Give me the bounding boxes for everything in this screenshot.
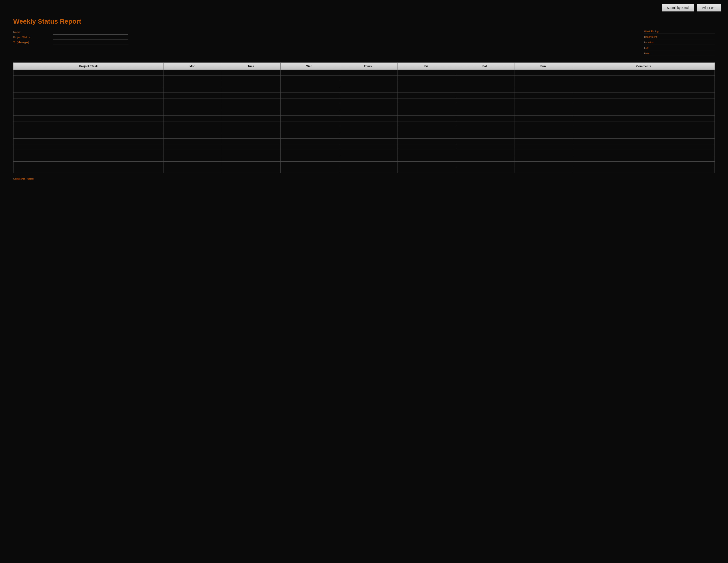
input-comments-11[interactable] (574, 133, 714, 138)
input-mon-6[interactable] (165, 105, 221, 109)
input-thurs-7[interactable] (340, 110, 396, 115)
input-sun-5[interactable] (515, 99, 572, 103)
input-sun-0[interactable] (515, 70, 572, 75)
input-thurs-14[interactable] (340, 150, 396, 155)
input-project-8[interactable] (14, 116, 163, 121)
input-project-4[interactable] (14, 93, 163, 98)
input-project-14[interactable] (14, 150, 163, 155)
project-status-input[interactable] (53, 35, 128, 39)
input-wed-17[interactable] (281, 168, 338, 172)
input-wed-7[interactable] (281, 110, 338, 115)
input-sun-12[interactable] (515, 139, 572, 144)
input-mon-9[interactable] (165, 122, 221, 126)
input-mon-14[interactable] (165, 150, 221, 155)
input-comments-16[interactable] (574, 162, 714, 167)
input-sat-15[interactable] (457, 156, 513, 161)
to-manager-input[interactable] (53, 40, 128, 45)
input-tues-13[interactable] (223, 145, 280, 149)
input-fri-1[interactable] (398, 76, 455, 81)
input-sun-4[interactable] (515, 93, 572, 98)
input-sun-1[interactable] (515, 76, 572, 81)
input-project-7[interactable] (14, 110, 163, 115)
week-ending-input[interactable] (668, 30, 715, 33)
input-thurs-12[interactable] (340, 139, 396, 144)
input-wed-0[interactable] (281, 70, 338, 75)
input-mon-11[interactable] (165, 133, 221, 138)
input-sun-7[interactable] (515, 110, 572, 115)
input-sun-14[interactable] (515, 150, 572, 155)
input-project-15[interactable] (14, 156, 163, 161)
input-thurs-0[interactable] (340, 70, 396, 75)
input-sat-11[interactable] (457, 133, 513, 138)
input-project-3[interactable] (14, 87, 163, 92)
input-mon-12[interactable] (165, 139, 221, 144)
input-wed-2[interactable] (281, 82, 338, 86)
input-mon-2[interactable] (165, 82, 221, 86)
input-tues-12[interactable] (223, 139, 280, 144)
input-fri-10[interactable] (398, 128, 455, 132)
input-comments-3[interactable] (574, 87, 714, 92)
input-project-1[interactable] (14, 76, 163, 81)
input-sat-5[interactable] (457, 99, 513, 103)
input-comments-7[interactable] (574, 110, 714, 115)
input-fri-15[interactable] (398, 156, 455, 161)
input-tues-8[interactable] (223, 116, 280, 121)
input-fri-5[interactable] (398, 99, 455, 103)
input-fri-11[interactable] (398, 133, 455, 138)
input-project-2[interactable] (14, 82, 163, 86)
input-tues-4[interactable] (223, 93, 280, 98)
input-sat-10[interactable] (457, 128, 513, 132)
print-form-button[interactable]: Print Form (697, 4, 721, 11)
input-thurs-2[interactable] (340, 82, 396, 86)
input-thurs-17[interactable] (340, 168, 396, 172)
input-project-5[interactable] (14, 99, 163, 103)
input-fri-3[interactable] (398, 87, 455, 92)
input-fri-9[interactable] (398, 122, 455, 126)
input-fri-16[interactable] (398, 162, 455, 167)
input-mon-7[interactable] (165, 110, 221, 115)
input-sun-9[interactable] (515, 122, 572, 126)
input-wed-11[interactable] (281, 133, 338, 138)
input-comments-9[interactable] (574, 122, 714, 126)
input-wed-4[interactable] (281, 93, 338, 98)
input-mon-0[interactable] (165, 70, 221, 75)
input-wed-5[interactable] (281, 99, 338, 103)
input-mon-3[interactable] (165, 87, 221, 92)
input-tues-14[interactable] (223, 150, 280, 155)
input-thurs-4[interactable] (340, 93, 396, 98)
ext-input[interactable] (668, 46, 715, 50)
input-sat-14[interactable] (457, 150, 513, 155)
input-thurs-5[interactable] (340, 99, 396, 103)
input-sat-7[interactable] (457, 110, 513, 115)
input-mon-17[interactable] (165, 168, 221, 172)
name-input[interactable] (53, 30, 128, 34)
input-sat-17[interactable] (457, 168, 513, 172)
department-input[interactable] (668, 35, 715, 39)
input-wed-14[interactable] (281, 150, 338, 155)
input-thurs-10[interactable] (340, 128, 396, 132)
input-sat-2[interactable] (457, 82, 513, 86)
input-thurs-1[interactable] (340, 76, 396, 81)
input-fri-7[interactable] (398, 110, 455, 115)
input-thurs-3[interactable] (340, 87, 396, 92)
input-comments-4[interactable] (574, 93, 714, 98)
input-wed-3[interactable] (281, 87, 338, 92)
input-comments-5[interactable] (574, 99, 714, 103)
input-wed-12[interactable] (281, 139, 338, 144)
input-project-6[interactable] (14, 105, 163, 109)
input-fri-0[interactable] (398, 70, 455, 75)
input-comments-14[interactable] (574, 150, 714, 155)
input-tues-17[interactable] (223, 168, 280, 172)
input-comments-8[interactable] (574, 116, 714, 121)
input-wed-16[interactable] (281, 162, 338, 167)
input-comments-0[interactable] (574, 70, 714, 75)
input-mon-10[interactable] (165, 128, 221, 132)
input-sun-3[interactable] (515, 87, 572, 92)
input-mon-8[interactable] (165, 116, 221, 121)
input-comments-1[interactable] (574, 76, 714, 81)
input-sun-8[interactable] (515, 116, 572, 121)
input-wed-13[interactable] (281, 145, 338, 149)
input-project-12[interactable] (14, 139, 163, 144)
input-project-11[interactable] (14, 133, 163, 138)
input-mon-5[interactable] (165, 99, 221, 103)
